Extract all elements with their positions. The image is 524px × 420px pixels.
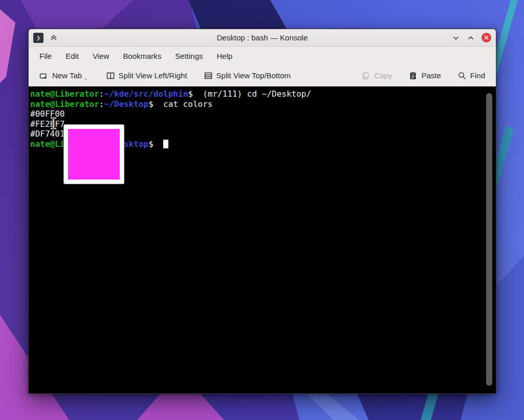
titlebar[interactable]: ❯ Desktop : bash — Konsole <box>29 29 496 47</box>
desktop: ❯ Desktop : bash — Konsole <box>0 0 524 420</box>
find-button[interactable]: Find <box>453 69 490 83</box>
copy-button[interactable]: Copy <box>357 69 397 83</box>
command-text: (mr/111) cd ~/Desktop/ <box>193 89 311 99</box>
scrollbar-thumb[interactable] <box>486 93 492 386</box>
minimize-button[interactable] <box>452 34 460 42</box>
prompt-user-host: nate@Liberator <box>30 99 99 109</box>
prompt-path: ~/kde/src/dolphin <box>104 89 188 99</box>
terminal-line: nate@Liberator:~/kde/src/dolphin$ (mr/11… <box>30 89 496 99</box>
split-top-bottom-label: Split View Top/Bottom <box>216 71 291 80</box>
new-tab-label: New Tab <box>52 71 82 80</box>
ibeam-mouse-cursor <box>50 117 57 132</box>
paste-label: Paste <box>421 71 441 80</box>
split-left-right-label: Split View Left/Right <box>119 71 187 80</box>
close-button[interactable] <box>482 33 491 42</box>
paste-icon <box>408 71 418 80</box>
copy-label: Copy <box>374 71 392 80</box>
menu-bookmarks[interactable]: Bookmarks <box>117 49 167 63</box>
split-left-right-icon <box>106 71 115 80</box>
new-tab-icon <box>39 71 49 80</box>
menu-file[interactable]: File <box>33 49 58 63</box>
menubar: File Edit View Bookmarks Settings Help <box>29 47 496 65</box>
maximize-button[interactable] <box>467 34 475 42</box>
new-tab-button[interactable]: New Tab ⌄ <box>35 69 94 83</box>
prompt-colon: : <box>99 99 104 109</box>
prompt-dollar: $ <box>148 139 154 149</box>
menu-settings[interactable]: Settings <box>169 49 209 63</box>
menu-help[interactable]: Help <box>211 49 239 63</box>
prompt-colon: : <box>99 89 104 99</box>
terminal-line: #00FF00 <box>30 109 496 119</box>
prompt-path: ~/Desktop <box>104 99 149 109</box>
prompt-spacing <box>154 139 163 149</box>
output-hex-color: #FE2EF7 <box>30 119 64 129</box>
copy-icon <box>361 71 370 80</box>
paste-button[interactable]: Paste <box>404 69 445 83</box>
color-preview-tooltip <box>63 124 124 184</box>
prompt-dollar: $ <box>188 89 193 99</box>
menu-view[interactable]: View <box>86 49 115 63</box>
prompt-dollar: $ <box>148 99 154 109</box>
search-icon <box>457 71 467 80</box>
find-label: Find <box>470 71 485 80</box>
terminal-line: nate@Liberator:~/Desktop$ cat colors <box>30 99 496 109</box>
toolbar: New Tab ⌄ Split View Left/Right <box>29 65 496 86</box>
split-view-top-bottom-button[interactable]: Split View Top/Bottom <box>199 69 295 83</box>
color-preview-swatch <box>68 129 120 180</box>
chevron-down-icon: ⌄ <box>84 76 88 81</box>
output-hex-color: #DF7401 <box>30 129 64 139</box>
output-hex-color: #00FF00 <box>30 109 64 119</box>
command-text: cat colors <box>154 99 213 109</box>
konsole-app-icon: ❯ <box>33 33 43 43</box>
terminal-block-cursor <box>163 140 168 148</box>
konsole-window: ❯ Desktop : bash — Konsole <box>28 29 496 394</box>
keep-above-icon[interactable] <box>50 34 58 42</box>
split-top-bottom-icon <box>204 71 213 80</box>
window-title: Desktop : bash — Konsole <box>29 33 496 42</box>
split-view-left-right-button[interactable]: Split View Left/Right <box>101 69 192 83</box>
menu-edit[interactable]: Edit <box>59 49 85 63</box>
prompt-user-host: nate@Liberator <box>30 89 99 99</box>
